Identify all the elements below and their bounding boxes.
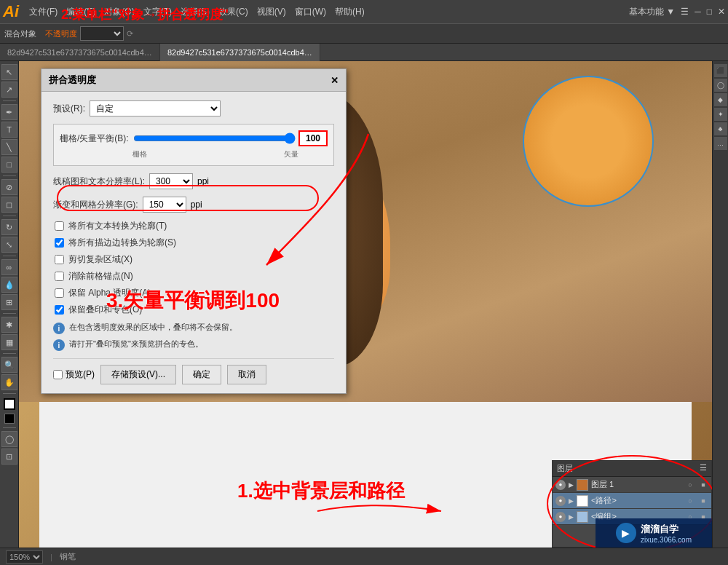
right-btn-3[interactable]: ◆ <box>714 93 727 106</box>
dialog-close-icon[interactable]: ✕ <box>331 75 339 86</box>
cb4-row: 消除前格锚点(N) <box>53 270 334 282</box>
tool-scale[interactable]: ⤡ <box>1 237 17 253</box>
layer-name-0: 图层 1 <box>591 479 682 490</box>
zoom-select[interactable]: 150% <box>6 550 43 564</box>
layer-lock-1[interactable]: ○ <box>685 496 695 506</box>
minimize-btn[interactable]: ─ <box>695 7 701 17</box>
line-art-row: 线稿图和文本分辨率(L): 300 ppi <box>53 173 334 189</box>
menu-bar: Ai 文件(F) 编辑(E) 对象(O) 文字(T) 选择(S) 效果(C) 视… <box>0 0 728 23</box>
layer-thumb-2 <box>577 511 588 523</box>
tool-column[interactable]: ▦ <box>1 334 17 350</box>
fill-color[interactable] <box>4 398 15 410</box>
tool-type[interactable]: T <box>1 122 17 138</box>
cb6-preserve-overprint[interactable] <box>55 305 64 315</box>
tool-pen[interactable]: ✒ <box>1 104 17 120</box>
tool-paint[interactable]: ⊘ <box>1 179 17 195</box>
line-art-unit: ppi <box>197 176 209 186</box>
tool-symbol[interactable]: ✱ <box>1 317 17 333</box>
menu-object[interactable]: 对象(O) <box>100 6 138 18</box>
layer-eye-0[interactable]: ● <box>555 480 566 490</box>
right-btn-1[interactable]: ⬛ <box>714 64 727 77</box>
tool-separator-6 <box>3 353 16 354</box>
tool-select[interactable]: ↖ <box>1 64 17 80</box>
raster-vector-slider[interactable] <box>133 133 296 144</box>
opacity-select[interactable] <box>80 26 124 41</box>
menu-window[interactable]: 窗口(W) <box>290 6 331 18</box>
tool-separator-5 <box>3 313 16 314</box>
cb1-label: 将所有文本转换为轮廓(T) <box>68 220 167 232</box>
cb3-clip[interactable] <box>55 255 64 264</box>
tool-direct-select[interactable]: ↗ <box>1 82 17 98</box>
tool-hand[interactable]: ✋ <box>1 374 17 390</box>
tool-zoom[interactable]: 🔍 <box>1 357 17 373</box>
layer-expand-2[interactable]: ▶ <box>569 513 574 521</box>
tool-eyedrop[interactable]: 💧 <box>1 277 17 293</box>
panel-toggle[interactable]: ☰ <box>681 7 689 17</box>
tool-separator-8 <box>3 427 16 428</box>
layer-row-0[interactable]: ● ▶ 图层 1 ○ ■ <box>553 477 711 493</box>
preset-select[interactable]: 自定 <box>90 100 221 116</box>
stroke-color[interactable] <box>4 414 15 424</box>
tool-blend[interactable]: ∞ <box>1 259 17 275</box>
menu-edit[interactable]: 编辑(E) <box>62 6 100 18</box>
gradient-select[interactable]: 150 <box>143 197 186 213</box>
save-preset-button[interactable]: 存储预设(V)... <box>100 365 176 384</box>
tool-eraser[interactable]: ◻ <box>1 197 17 213</box>
menu-effect[interactable]: 效果(C) <box>214 6 253 18</box>
tool-line[interactable]: ╲ <box>1 139 17 155</box>
watermark-logo-icon: ▶ <box>622 527 630 539</box>
cb1-convert-text[interactable] <box>55 221 64 231</box>
draw-mode[interactable]: ◯ <box>1 431 17 447</box>
status-tool: 钢笔 <box>60 551 76 562</box>
ok-button[interactable]: 确定 <box>182 365 221 384</box>
preset-row: 预设(R): 自定 <box>53 100 334 116</box>
layer-lock-0[interactable]: ○ <box>685 480 695 490</box>
cb4-label: 消除前格锚点(N) <box>68 270 133 282</box>
workspace-label[interactable]: 基本功能 ▼ <box>629 6 675 18</box>
info1-row: i 在包含透明度效果的区域中，叠印将不会保留。 <box>53 322 334 334</box>
menu-file[interactable]: 文件(F) <box>25 6 62 18</box>
right-btn-6[interactable]: … <box>714 137 727 150</box>
menu-view[interactable]: 视图(V) <box>253 6 290 18</box>
cb4-remove-anchors[interactable] <box>55 272 64 281</box>
preview-checkbox[interactable] <box>53 370 63 379</box>
maximize-btn[interactable]: □ <box>707 7 712 17</box>
slider-left-label: 栅格 <box>60 149 147 159</box>
layer-eye-2[interactable]: ● <box>555 512 566 522</box>
layers-panel-options[interactable]: ☰ <box>700 463 707 474</box>
menu-type[interactable]: 文字(T) <box>139 6 176 18</box>
layer-row-1[interactable]: ● ▶ <路径> ○ ■ <box>553 493 711 509</box>
tab-0[interactable]: 82d9427c531e6737373675c0014cdb45.ai* @ 1… <box>0 44 160 61</box>
tool-separator-7 <box>3 393 16 394</box>
right-btn-5[interactable]: ♣ <box>714 122 727 135</box>
line-art-select[interactable]: 300 <box>149 173 193 189</box>
tool-shape[interactable]: □ <box>1 157 17 173</box>
cb5-preserve-alpha[interactable] <box>55 288 64 298</box>
status-separator: | <box>50 553 52 561</box>
cb2-convert-strokes[interactable] <box>55 238 64 248</box>
menu-help[interactable]: 帮助(H) <box>331 6 369 18</box>
tool-separator-1 <box>3 100 16 101</box>
screen-mode[interactable]: ⊡ <box>1 449 17 465</box>
layer-expand-0[interactable]: ▶ <box>569 481 574 489</box>
menu-select[interactable]: 选择(S) <box>176 6 214 18</box>
slider-value-input[interactable]: 100 <box>298 130 328 146</box>
layer-eye-1[interactable]: ● <box>555 496 566 506</box>
dialog-title-bar[interactable]: 拼合透明度 ✕ <box>41 69 346 92</box>
right-btn-4[interactable]: ✦ <box>714 108 727 121</box>
layer-thumb-1 <box>577 495 588 507</box>
gradient-label: 渐变和网格分辨率(G): <box>53 199 138 211</box>
tool-mesh[interactable]: ⊞ <box>1 294 17 310</box>
left-toolbar: ↖ ↗ ✒ T ╲ □ ⊘ ◻ ↻ ⤡ ∞ 💧 ⊞ ✱ ▦ 🔍 ✋ ◯ ⊡ <box>0 61 19 548</box>
tool-rotate[interactable]: ↻ <box>1 219 17 235</box>
watermark-logo: ▶ <box>616 523 636 543</box>
layer-expand-1[interactable]: ▶ <box>569 497 574 505</box>
tab-1[interactable]: 82d9427c531e6737373675c0014cdb45.jpg* @ … <box>160 44 320 61</box>
close-btn[interactable]: ✕ <box>718 7 725 17</box>
layer-vis-0[interactable]: ■ <box>698 480 708 490</box>
cancel-button[interactable]: 取消 <box>227 365 266 384</box>
blend-label: 混合对象 <box>4 28 36 39</box>
tool-separator-4 <box>3 256 16 256</box>
right-btn-2[interactable]: ◯ <box>714 79 727 92</box>
layer-vis-1[interactable]: ■ <box>698 496 708 506</box>
